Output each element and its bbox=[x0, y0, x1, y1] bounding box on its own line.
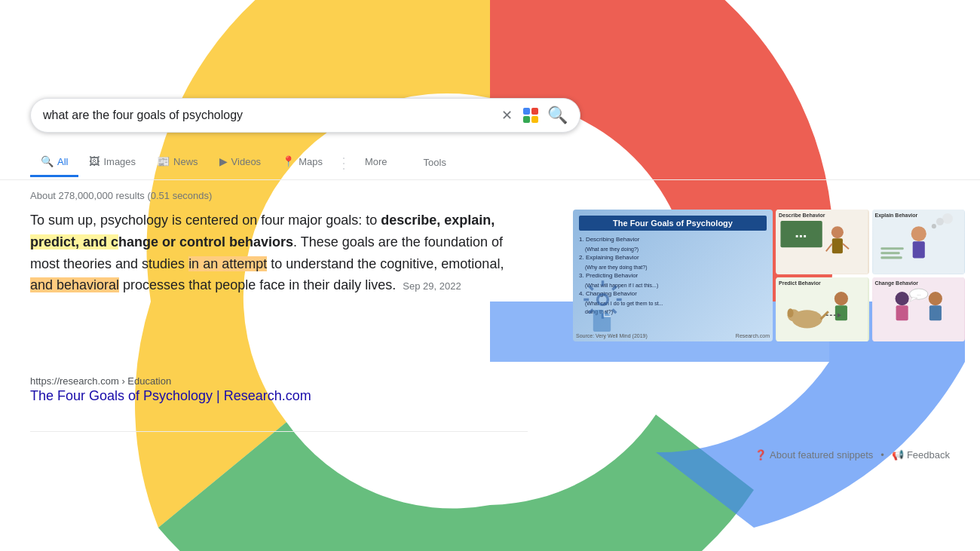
tab-videos-label: Videos bbox=[231, 156, 262, 167]
dot-separator: • bbox=[880, 449, 884, 461]
source-left-text: Source: Very Well Mind (2019) bbox=[576, 333, 648, 338]
nav-tabs: 🔍 All 🖼 Images 📰 News ▶ Videos 📍 Maps ⋮ … bbox=[30, 148, 457, 177]
image-panel: The Four Goals of Psychology 1. Describi… bbox=[573, 210, 965, 341]
snippet-highlight-orange-1: in an attempt bbox=[188, 256, 267, 271]
svg-rect-18 bbox=[880, 247, 903, 249]
source-url: https://research.com › Education bbox=[30, 375, 311, 387]
svg-rect-20 bbox=[880, 256, 902, 259]
svg-point-33 bbox=[928, 292, 942, 305]
image-main-footer: Source: Very Well Mind (2019) Research.c… bbox=[576, 333, 770, 338]
about-snippets-text: About featured snippets bbox=[770, 449, 873, 461]
svg-point-8 bbox=[831, 226, 844, 238]
grid-item-predict[interactable]: Predict Behavior bbox=[776, 277, 869, 342]
svg-rect-0 bbox=[523, 108, 530, 115]
question-icon: ❓ bbox=[755, 449, 767, 461]
feedback-text: Feedback bbox=[907, 449, 950, 461]
svg-rect-23 bbox=[835, 305, 847, 320]
tab-maps[interactable]: 📍 Maps bbox=[271, 148, 333, 177]
tab-images[interactable]: 🖼 Images bbox=[78, 148, 146, 177]
tab-videos[interactable]: ▶ Videos bbox=[209, 148, 272, 177]
list-item-2: 2. Explaining Behavior bbox=[579, 253, 767, 263]
grid-label-predict: Predict Behavior bbox=[779, 280, 821, 286]
nav-divider: ⋮ bbox=[336, 154, 351, 172]
about-snippets-bar: ❓ About featured snippets • 📢 Feedback bbox=[755, 449, 950, 461]
news-tab-icon: 📰 bbox=[157, 155, 170, 167]
tab-tools[interactable]: Tools bbox=[413, 149, 457, 176]
images-tab-icon: 🖼 bbox=[89, 155, 100, 167]
feedback-icon: 📢 bbox=[892, 449, 904, 461]
svg-point-4 bbox=[598, 295, 608, 305]
tab-more[interactable]: More bbox=[354, 148, 398, 177]
search-bar: what are the four goals of psychology ✕ … bbox=[30, 98, 580, 133]
svg-rect-34 bbox=[929, 305, 941, 320]
image-main-inner: The Four Goals of Psychology 1. Describi… bbox=[573, 210, 773, 341]
grid-label-explain: Explain Behavior bbox=[875, 213, 918, 218]
snippet-divider bbox=[30, 431, 528, 432]
about-snippets-link[interactable]: ❓ About featured snippets bbox=[755, 449, 873, 461]
grid-item-describe[interactable]: Describe Behavior ■ ■ ■ bbox=[776, 210, 869, 274]
search-bar-container: what are the four goals of psychology ✕ … bbox=[30, 98, 580, 133]
clear-icon[interactable]: ✕ bbox=[501, 107, 513, 124]
book-icon bbox=[585, 308, 619, 334]
feedback-link[interactable]: 📢 Feedback bbox=[892, 449, 950, 461]
videos-tab-icon: ▶ bbox=[219, 155, 228, 167]
search-input[interactable]: what are the four goals of psychology bbox=[43, 109, 501, 122]
image-main-title: The Four Goals of Psychology bbox=[579, 216, 767, 231]
snippet-highlight-yellow: predict, and c bbox=[30, 234, 118, 249]
svg-rect-9 bbox=[832, 238, 843, 253]
maps-tab-icon: 📍 bbox=[282, 155, 295, 167]
grid-label-change: Change Behavior bbox=[875, 280, 919, 286]
source-title-link[interactable]: The Four Goals of Psychology | Research.… bbox=[30, 388, 311, 403]
svg-point-26 bbox=[787, 308, 793, 317]
image-main[interactable]: The Four Goals of Psychology 1. Describi… bbox=[573, 210, 773, 341]
svg-point-22 bbox=[835, 292, 848, 305]
results-count-text: About 278,000,000 results (0.51 seconds) bbox=[30, 190, 212, 201]
svg-point-15 bbox=[931, 224, 936, 228]
svg-text:■ ■ ■: ■ ■ ■ bbox=[795, 234, 807, 238]
tab-maps-label: Maps bbox=[299, 156, 323, 167]
grid-item-change[interactable]: Change Behavior ... bbox=[872, 277, 966, 342]
svg-rect-2 bbox=[523, 116, 530, 123]
list-item-1-sub: (What are they doing?) bbox=[579, 245, 767, 253]
grid-item-explain[interactable]: Explain Behavior bbox=[872, 210, 966, 274]
svg-point-31 bbox=[895, 292, 908, 305]
tab-all-label: All bbox=[57, 156, 68, 167]
svg-rect-3 bbox=[531, 116, 538, 123]
all-tab-icon: 🔍 bbox=[41, 155, 54, 167]
lens-icon[interactable] bbox=[522, 106, 540, 124]
grid-label-describe: Describe Behavior bbox=[779, 213, 825, 218]
tab-news-label: News bbox=[173, 156, 198, 167]
image-grid: Describe Behavior ■ ■ ■ Explain Behavior bbox=[776, 210, 965, 341]
svg-text:...: ... bbox=[917, 292, 920, 296]
results-count: About 278,000,000 results (0.51 seconds) bbox=[30, 190, 212, 201]
featured-snippet: To sum up, psychology is centered on fou… bbox=[30, 210, 528, 296]
nav-divider-line bbox=[0, 179, 980, 180]
tab-news[interactable]: 📰 News bbox=[146, 148, 209, 177]
svg-rect-30 bbox=[873, 277, 964, 342]
source-link-container: https://research.com › Education The Fou… bbox=[30, 375, 311, 404]
svg-rect-19 bbox=[880, 252, 899, 254]
svg-rect-32 bbox=[896, 305, 908, 320]
main-content: what are the four goals of psychology ✕ … bbox=[0, 0, 980, 551]
svg-rect-1 bbox=[531, 108, 538, 115]
tab-all[interactable]: 🔍 All bbox=[30, 148, 78, 177]
list-item-1: 1. Describing Behavior bbox=[579, 235, 767, 245]
svg-point-17 bbox=[942, 213, 952, 224]
tab-images-label: Images bbox=[103, 156, 136, 167]
snippet-highlight-orange-2: and behavioral bbox=[30, 277, 119, 292]
tab-more-label: More bbox=[365, 156, 387, 167]
list-item-2-sub: (Why are they doing that?) bbox=[579, 263, 767, 271]
snippet-date: Sep 29, 2022 bbox=[403, 280, 461, 292]
svg-point-13 bbox=[911, 226, 926, 241]
search-submit-icon[interactable]: 🔍 bbox=[547, 106, 568, 125]
source-right-text: Research.com bbox=[736, 333, 770, 338]
svg-rect-14 bbox=[912, 241, 924, 258]
tab-tools-label: Tools bbox=[424, 157, 446, 168]
snippet-paragraph: To sum up, psychology is centered on fou… bbox=[30, 210, 528, 296]
